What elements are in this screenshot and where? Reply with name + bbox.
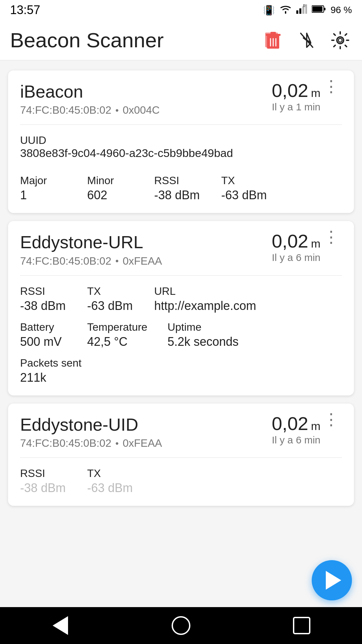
card-distance-section: 0,02 m Il y a 6 min	[272, 232, 320, 263]
bottom-navigation	[0, 607, 362, 644]
beacon-card-eddystone-uid: Eddystone-UID 74:FC:B0:45:0B:02 • 0xFEAA…	[8, 404, 354, 506]
svg-rect-12	[270, 32, 276, 35]
nav-back-button[interactable]	[47, 612, 74, 639]
field-temperature: Temperature 42,5 °C	[87, 321, 147, 349]
field-value-battery: 500 mV	[20, 335, 67, 349]
more-options-button[interactable]: ⋮	[320, 412, 342, 428]
distance-row: 0,02 m	[272, 232, 320, 251]
more-options-button[interactable]: ⋮	[320, 229, 342, 245]
dot-separator: •	[115, 256, 119, 266]
field-label-temperature: Temperature	[87, 321, 147, 333]
beacon-type: Eddystone-UID	[20, 414, 272, 435]
card-mac-line: 74:FC:B0:45:0B:02 • 0xFEAA	[20, 255, 272, 267]
field-label-battery: Battery	[20, 321, 67, 333]
bluetooth-button[interactable]	[295, 29, 318, 52]
svg-rect-0	[296, 10, 298, 14]
card-distance-section: 0,02 m Il y a 1 min	[272, 81, 320, 113]
card-divider	[20, 124, 342, 125]
field-label-uptime: Uptime	[168, 321, 239, 333]
svg-point-19	[339, 39, 342, 42]
dot-separator: •	[115, 105, 119, 116]
svg-rect-6	[324, 8, 325, 10]
uuid-section: UUID 3808e83f-9c04-4960-a23c-c5b9bbe49ba…	[20, 134, 342, 160]
beacon-time: Il y a 1 min	[272, 101, 320, 113]
field-major: Major 1	[20, 174, 67, 202]
svg-rect-1	[299, 8, 301, 14]
play-icon	[326, 571, 341, 590]
field-label-rssi: RSSI	[20, 285, 67, 298]
beacon-distance-unit: m	[311, 237, 320, 250]
delete-button[interactable]	[261, 29, 285, 52]
card-divider	[20, 458, 342, 458]
content: iBeacon 74:FC:B0:45:0B:02 • 0x004C 0,02 …	[0, 60, 362, 516]
beacon-service-uuid: 0x004C	[123, 104, 160, 116]
beacon-distance: 0,02	[272, 232, 308, 251]
field-label-packets: Packets sent	[20, 357, 81, 369]
card-fields: RSSI -38 dBm TX -63 dBm	[20, 467, 342, 495]
field-rssi: RSSI -38 dBm	[154, 174, 201, 202]
distance-row: 0,02 m	[272, 414, 320, 433]
card-fields: UUID 3808e83f-9c04-4960-a23c-c5b9bbe49ba…	[20, 134, 342, 202]
card-fields-row1: RSSI -38 dBm TX -63 dBm URL http://examp…	[20, 285, 342, 313]
card-header: iBeacon 74:FC:B0:45:0B:02 • 0x004C 0,02 …	[20, 81, 342, 116]
beacon-type: iBeacon	[20, 81, 272, 102]
status-icons: 📳 R 96 %	[263, 4, 352, 16]
back-icon	[53, 616, 68, 635]
svg-rect-7	[312, 6, 322, 12]
dot-separator: •	[115, 438, 119, 449]
field-value-tx: -63 dBm	[221, 188, 268, 202]
uuid-value: 3808e83f-9c04-4960-a23c-c5b9bbe49bad	[20, 147, 342, 160]
card-mac-line: 74:FC:B0:45:0B:02 • 0x004C	[20, 104, 272, 116]
field-value-tx: -63 dBm	[87, 481, 134, 495]
card-mac-line: 74:FC:B0:45:0B:02 • 0xFEAA	[20, 437, 272, 449]
card-fields-row: Major 1 Minor 602 RSSI -38 dBm TX -63 dB…	[20, 174, 342, 202]
play-fab[interactable]	[312, 560, 352, 600]
status-bar: 13:57 📳 R	[0, 0, 362, 20]
battery-icon	[312, 5, 326, 15]
uuid-label: UUID	[20, 134, 342, 147]
beacon-service-uuid: 0xFEAA	[123, 437, 162, 449]
field-value-uptime: 5.2k seconds	[168, 335, 239, 349]
field-label-rssi: RSSI	[20, 467, 67, 480]
card-title-section: Eddystone-UID 74:FC:B0:45:0B:02 • 0xFEAA	[20, 414, 272, 449]
beacon-distance: 0,02	[272, 414, 308, 433]
field-value-minor: 602	[87, 188, 134, 202]
signal-icon: R	[296, 4, 307, 16]
card-title-section: iBeacon 74:FC:B0:45:0B:02 • 0x004C	[20, 81, 272, 116]
beacon-distance-unit: m	[311, 420, 320, 433]
beacon-distance: 0,02	[272, 81, 308, 100]
field-value-url: http://example.com	[154, 299, 256, 313]
card-fields-row2: Battery 500 mV Temperature 42,5 °C Uptim…	[20, 321, 342, 349]
field-minor: Minor 602	[87, 174, 134, 202]
field-rssi: RSSI -38 dBm	[20, 467, 67, 495]
field-value-rssi: -38 dBm	[20, 299, 67, 313]
status-time: 13:57	[10, 3, 40, 17]
beacon-mac: 74:FC:B0:45:0B:02	[20, 104, 111, 116]
field-label-tx: TX	[87, 285, 134, 298]
nav-recents-button[interactable]	[288, 612, 315, 639]
field-value-packets: 211k	[20, 371, 81, 385]
svg-text:R: R	[303, 4, 305, 8]
beacon-type: Eddystone-URL	[20, 232, 272, 253]
card-fields: RSSI -38 dBm TX -63 dBm URL http://examp…	[20, 285, 342, 385]
field-label-tx: TX	[221, 174, 268, 187]
beacon-time: Il y a 6 min	[272, 434, 320, 446]
card-fields-row1: RSSI -38 dBm TX -63 dBm	[20, 467, 342, 495]
beacon-card-eddystone-url: Eddystone-URL 74:FC:B0:45:0B:02 • 0xFEAA…	[8, 221, 354, 395]
field-url: URL http://example.com	[154, 285, 256, 313]
field-battery: Battery 500 mV	[20, 321, 67, 349]
beacon-time: Il y a 6 min	[272, 252, 320, 263]
more-options-button[interactable]: ⋮	[320, 78, 342, 95]
app-bar-actions	[261, 29, 352, 52]
field-tx: TX -63 dBm	[87, 467, 134, 495]
field-value-major: 1	[20, 188, 67, 202]
beacon-distance-unit: m	[311, 87, 320, 100]
nav-home-button[interactable]	[168, 612, 194, 639]
settings-button[interactable]	[328, 29, 352, 52]
beacon-mac: 74:FC:B0:45:0B:02	[20, 437, 111, 449]
card-header: Eddystone-URL 74:FC:B0:45:0B:02 • 0xFEAA…	[20, 232, 342, 267]
card-divider	[20, 275, 342, 276]
card-fields-row3: Packets sent 211k	[20, 357, 342, 385]
field-packets: Packets sent 211k	[20, 357, 81, 385]
field-label-tx: TX	[87, 467, 134, 480]
